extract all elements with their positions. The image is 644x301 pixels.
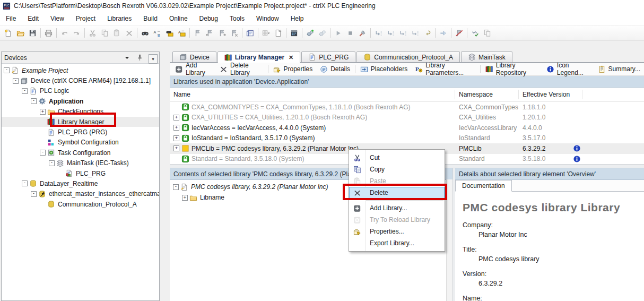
tree-item-example-project[interactable]: -Example Project [2,65,159,75]
context-menu-paste[interactable]: Paste [349,175,445,187]
collapse-minus-icon[interactable]: - [13,78,19,84]
expand-plus-icon[interactable]: + [173,145,179,151]
column-header-namespace[interactable]: Namespace [455,90,519,99]
library-repository-button[interactable]: Library Repository [482,63,543,75]
menu-libraries[interactable]: Libraries [101,13,137,24]
expand-plus-icon[interactable]: + [40,109,46,115]
open-button[interactable] [14,27,27,39]
menu-online[interactable]: Online [163,13,194,24]
undo-button[interactable] [58,27,71,39]
tree-item-library-manager[interactable]: Library Manager [2,117,159,127]
tab-communication-protocol-a[interactable]: Communication_Protocol_A [356,51,460,62]
menu-window[interactable]: Window [250,13,285,24]
chevron-down-icon[interactable] [123,54,131,62]
stop-button[interactable] [344,27,356,39]
placeholders-button[interactable]: Placeholders [356,63,411,75]
tab-close-icon[interactable]: ✕ [289,54,293,61]
context-menu-export-library[interactable]: Export Library... [349,237,445,249]
expand-plus-icon[interactable]: + [173,135,179,141]
collapse-minus-icon[interactable]: - [173,184,179,190]
menu-debug[interactable]: Debug [194,13,224,24]
paste-gray-button[interactable] [111,27,123,39]
context-menu-add-library[interactable]: Add Library... [349,202,445,214]
logout-button[interactable] [316,27,328,39]
menu-view[interactable]: View [45,13,70,24]
tree-item-plc-logic[interactable]: -PLC Logic [2,86,159,96]
tab-plc-prg[interactable]: PLC_PRG [301,51,355,62]
tab-device[interactable]: Device [172,51,216,62]
menu-edit[interactable]: Edit [22,13,45,24]
step-over-button[interactable] [385,27,397,39]
collapse-minus-icon[interactable]: - [22,180,28,186]
grid-dropdown-button[interactable] [260,27,272,39]
collapse-minus-icon[interactable]: - [49,160,55,166]
redo-button[interactable] [71,27,83,39]
bookmark-prev-button[interactable] [204,27,216,39]
properties-button[interactable]: Properties [269,63,317,75]
library-row-cxa-commontypes[interactable]: CXA_COMMONTYPES = CXA_CommonTypes, 1.18.… [170,102,644,113]
expand-plus-icon[interactable]: + [173,125,179,131]
cut-gray-button[interactable] [86,27,99,39]
tree-dropdown-button[interactable]: ▾ [149,54,158,64]
library-parameters-button[interactable]: PLibrary Parameters... [411,63,479,75]
summary-button[interactable]: Summary... [594,63,644,75]
context-menu-try-to-reload-library[interactable]: Try To Reload Library [349,214,445,226]
context-menu-cut[interactable]: Cut [349,152,445,164]
tree-item-datalayer-realtime[interactable]: -DataLayer_Realtime [2,178,159,188]
expand-plus-icon[interactable]: + [182,195,188,201]
collapse-minus-icon[interactable]: - [31,191,37,197]
tree-item-ethercat-master-instances-ethercatmaster[interactable]: -ethercat_master_instances_ethercatmaste… [2,189,159,199]
replace-button[interactable]: AB [151,27,163,39]
column-header-effective-version[interactable]: Effective Version [519,90,582,99]
arrow-right-button[interactable] [437,27,449,39]
tree-item-plc-prg[interactable]: PLC_PRG [2,168,159,178]
copy-gray-button[interactable] [99,27,111,39]
collapse-minus-icon[interactable]: - [4,67,10,73]
tree-item-symbol-configuration[interactable]: Symbol Configuration [2,137,159,148]
find-in-files-button[interactable] [163,27,176,39]
menu-build[interactable]: Build [137,13,163,24]
new-object-button[interactable] [272,27,284,39]
library-row-iostandard[interactable]: +IoStandard = IoStandard, 3.5.17.0 (Syst… [170,133,644,144]
wrench-button[interactable] [356,27,369,39]
login-button[interactable] [304,27,316,39]
tree-item-task-configuration[interactable]: -Task Configuration [2,148,159,158]
menu-help[interactable]: Help [285,13,310,24]
tab-documentation[interactable]: Documentation [455,180,512,192]
details-button[interactable]: Details [316,63,354,75]
info-icon[interactable] [573,144,581,152]
pin-icon[interactable] [135,54,144,62]
build-button[interactable] [288,27,300,39]
delete-gray-button[interactable] [123,27,135,39]
pages-button[interactable] [481,27,493,39]
column-header-name[interactable]: Name [170,90,455,99]
menu-file[interactable]: File [0,13,22,24]
collapse-minus-icon[interactable]: - [31,98,37,104]
add-library-button[interactable]: Add Library [171,63,216,75]
tree-item-application[interactable]: -Application [2,96,159,106]
menu-project[interactable]: Project [70,13,101,24]
tree-item-device-ctrlx-core-arm64-192-168-1-1[interactable]: -Device (ctrlX CORE ARM64) [192.168.1.1] [2,75,159,85]
contents-scrollbar[interactable] [446,179,452,301]
step-run-button[interactable] [409,27,421,39]
context-menu-delete[interactable]: Delete [349,187,445,199]
tab-maintask[interactable]: MainTask [461,51,512,62]
bookmark-next-button[interactable] [216,27,228,39]
save-button[interactable] [27,27,39,39]
icon-legend-button[interactable]: Icon Legend... [543,63,594,75]
library-row-cxa-utilities[interactable]: +CXA_UTILITIES = CXA_Utilities, 1.20.1.0… [170,113,644,123]
bookmark-button[interactable] [192,27,204,39]
bookmark-clear-button[interactable] [228,27,240,39]
messages-button[interactable] [244,27,256,39]
tree-item-plc-prg-prg[interactable]: PLC_PRG (PRG) [2,127,159,137]
cycle-button[interactable] [421,27,433,39]
delete-library-button[interactable]: Delete Library [216,63,267,75]
flag-crossed-button[interactable] [453,27,465,39]
library-row-iecvaraccesslibrary[interactable]: +IecVarAccess = IecVarAccess, 4.4.0.0 (S… [170,123,644,133]
info-icon[interactable] [573,155,581,163]
collapse-minus-icon[interactable]: - [22,88,28,94]
sync-check-button[interactable] [469,27,481,39]
print-button[interactable] [42,27,55,39]
tree-item-maintask-iec-tasks[interactable]: -MainTask (IEC-Tasks) [2,158,159,168]
replace-in-files-button[interactable]: A [176,27,188,39]
